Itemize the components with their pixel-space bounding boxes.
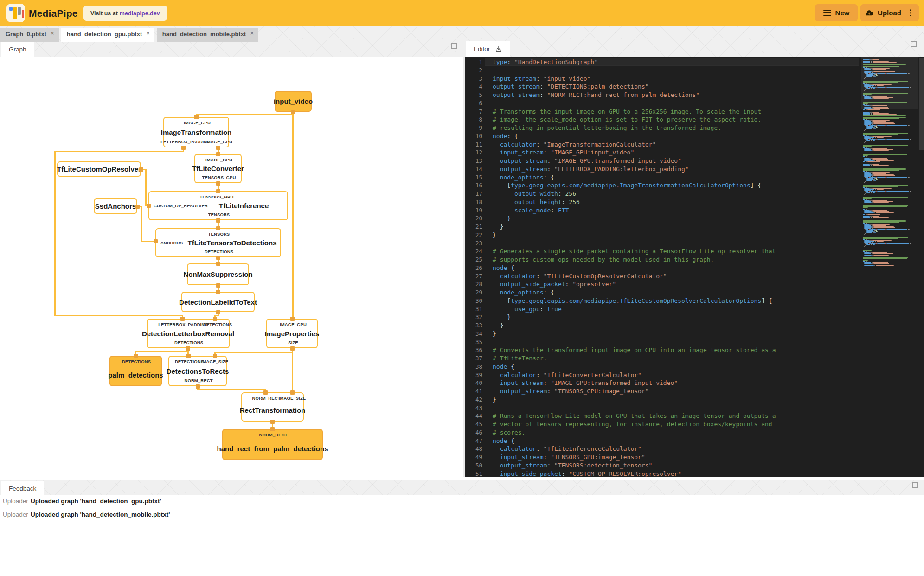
code-token: output_width [514,190,558,197]
close-tab-icon[interactable]: × [146,30,150,37]
code-line: calculator: "ImageTransformationCalculat… [493,141,656,149]
close-tab-icon[interactable]: × [51,30,54,37]
code-token: "IMAGE_GPU:transformed_input_video" [551,379,678,386]
graph-node-DetectionLetterboxRemoval[interactable]: LETTERBOX_PADDINGDETECTIONSDETECTIONSDet… [147,319,230,348]
port-label: LETTERBOX_PADDING [160,139,211,144]
code-token: : [507,58,514,65]
graph-node-DetectionLabelIdToText[interactable]: DetectionLabelIdToText [181,292,255,312]
graph-node-SsdAnchors[interactable]: SsdAnchors [94,198,137,214]
file-tab-label: hand_detection_gpu.pbtxt [67,31,142,38]
expand-icon-feedback[interactable] [912,482,918,488]
minimap-line [863,265,916,266]
code-editor[interactable]: 1type: "HandDetectionSubgraph"23input_st… [465,57,924,477]
node-port [196,384,200,389]
file-tab-0[interactable]: Graph_0.pbtxt× [0,28,59,42]
tab-feedback[interactable]: Feedback [1,481,44,495]
editor-scrollbar[interactable] [918,57,924,477]
mediapipe-dev-link[interactable]: mediapipe.dev [120,10,160,17]
graph-node-hand_rect_from_palm_detections[interactable]: NORM_RECThand_rect_from_palm_detections [222,429,323,460]
code-token [493,157,500,164]
code-line: # image, the scale_mode option is set to… [493,115,761,124]
editor-minimap[interactable] [861,57,918,477]
graph-node-DetectionsToRects[interactable]: DETECTIONSIMAGE_SIZENORM_RECTDetectionsT… [168,356,227,386]
code-line: # Transforms the input image on GPU to a… [493,108,761,116]
line-number: 6 [465,99,482,108]
node-port [154,239,158,243]
code-token: type [493,58,507,65]
file-tab-2[interactable]: hand_detection_mobile.pbtxt× [157,28,258,42]
download-icon[interactable] [494,45,503,53]
tab-graph[interactable]: Graph [1,42,34,57]
code-token: "TfLiteInferenceCalculator" [544,445,642,452]
code-line: # Generates a single side packet contain… [493,247,776,256]
code-token: . [616,182,620,189]
port-label: TENSORS [208,212,230,217]
expand-icon-graph[interactable] [451,43,457,49]
upload-menu-icon[interactable]: ⋮ [906,8,914,18]
code-token: googleapis [529,297,565,304]
graph-node-ImageTransformation[interactable]: IMAGE_GPULETTERBOX_PADDINGIMAGE_GPUImage… [163,117,229,147]
code-token: "TENSORS_GPU:image_tensor" [554,388,649,395]
code-token: type [511,182,525,189]
upload-button[interactable]: Upload ⋮ [860,4,919,21]
minimap-viewport[interactable] [861,57,918,109]
graph-node-NonMaxSuppression[interactable]: NonMaxSuppression [187,263,249,285]
code-token: calculator [500,445,536,452]
graph-edge-segment [197,389,266,390]
code-token: com/mediapipe [569,297,616,304]
code-token: "ImageTransformationCalculator" [544,141,656,148]
code-token [493,289,500,296]
code-token: node [493,437,507,444]
code-token: calculator [500,141,536,148]
expand-icon-editor[interactable] [911,41,917,47]
code-token: } [493,330,496,337]
graph-node-RectTransformation[interactable]: NORM_RECTIMAGE_SIZERectTransformation [241,392,304,422]
graph-node-palm_detections[interactable]: DETECTIONSpalm_detections [109,356,162,386]
code-line: input_stream: "IMAGE_GPU:transformed_inp… [493,379,678,387]
code-line: } [493,223,503,231]
code-token: : [547,166,554,173]
code-token [493,454,500,461]
line-number: 28 [465,280,482,288]
line-number: 4 [465,83,482,91]
graph-node-input_video[interactable]: input_video [275,91,312,112]
line-number: 32 [465,313,482,321]
code-token: # TfLiteTensor. [493,355,547,362]
close-tab-icon[interactable]: × [250,30,254,37]
port-label: NORM_RECT [259,432,287,437]
graph-edge-segment [145,169,147,206]
graph-edge-segment [54,151,56,316]
line-number: 51 [465,470,482,478]
scrollbar-thumb[interactable] [919,58,924,150]
new-button[interactable]: New [815,4,858,21]
code-token: : [544,454,551,461]
code-token: { [507,264,514,271]
graph-node-TfLiteCustomOpResolver[interactable]: TfLiteCustomOpResolver [57,161,141,177]
node-port [135,205,140,209]
code-line: } [493,313,511,321]
node-port [290,390,295,395]
code-line: # TfLiteTensor. [493,354,547,363]
line-number: 44 [465,412,482,420]
tab-editor[interactable]: Editor [466,41,510,57]
code-token: output_height [514,198,562,205]
code-token: calculator [500,371,536,378]
graph-node-TfLiteInference[interactable]: TENSORS_GPUTENSORSCUSTOM_OP_RESOLVERTfLi… [148,191,288,220]
line-number: 9 [465,124,482,132]
code-line: } [493,231,496,239]
graph-canvas[interactable]: input_videoIMAGE_GPULETTERBOX_PADDINGIMA… [0,57,463,477]
file-tab-1[interactable]: hand_detection_gpu.pbtxt× [61,28,154,42]
code-token: node [493,133,507,140]
code-token: 256 [565,190,576,197]
code-line: node { [493,437,514,445]
graph-node-TfLiteTensorsToDetections[interactable]: TENSORSDETECTIONSANCHORSTfLiteTensorsToD… [155,228,281,257]
feedback-row: UploaderUploaded graph 'hand_detection_g… [0,496,924,506]
code-token: scale_mode [514,207,551,214]
code-token: : [536,141,544,148]
minimap-segment [864,265,874,266]
line-number: 1 [465,58,482,66]
code-token [493,388,500,395]
graph-node-TfLiteConverter[interactable]: IMAGE_GPUTENSORS_GPUTfLiteConverter [194,154,242,183]
code-token: : [558,190,565,197]
graph-node-ImageProperties[interactable]: IMAGE_GPUSIZEImageProperties [266,319,318,348]
